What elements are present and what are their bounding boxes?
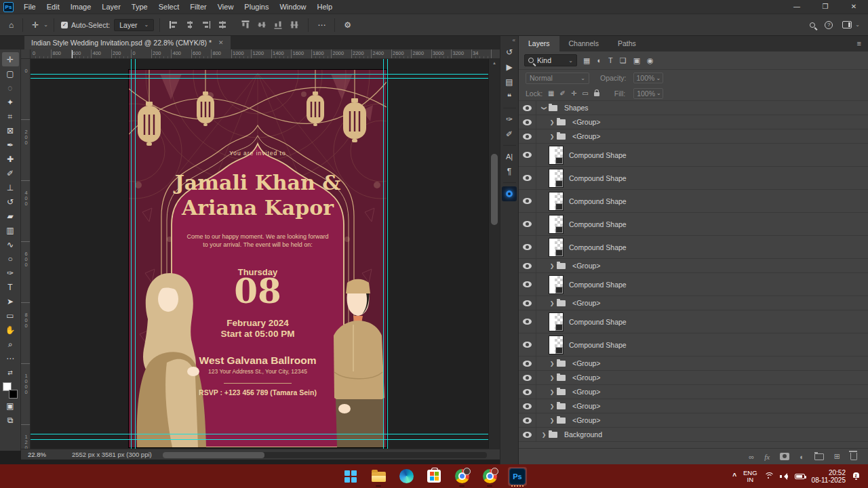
lock-position-icon[interactable]: ✛ — [571, 89, 576, 97]
link-layers-icon[interactable]: ∞ — [749, 453, 754, 461]
workspace-switcher-icon[interactable] — [842, 21, 852, 28]
layer-thumbnail[interactable] — [549, 215, 564, 234]
horizontal-scrollbar[interactable] — [163, 452, 487, 458]
eye-icon[interactable] — [523, 105, 532, 111]
add-mask-icon[interactable] — [780, 453, 789, 460]
tab-paths[interactable]: Paths — [608, 36, 646, 52]
layer-visibility-cell[interactable] — [519, 333, 536, 356]
vertical-scroll-thumb[interactable] — [491, 154, 498, 225]
chrome-profile1-button[interactable] — [452, 467, 471, 486]
lock-artboard-icon[interactable]: ▭ — [582, 89, 588, 97]
plugin-icon[interactable] — [502, 186, 517, 201]
tab-channels[interactable]: Channels — [559, 36, 608, 52]
zoom-tool[interactable]: ⌕ — [2, 337, 19, 351]
align-right-icon[interactable] — [202, 21, 210, 28]
eye-icon[interactable] — [523, 198, 532, 204]
microsoft-store-button[interactable] — [425, 467, 443, 486]
align-center-h-icon[interactable] — [186, 21, 194, 28]
layer-visibility-cell[interactable] — [519, 236, 536, 258]
layer-row-background[interactable]: ❯Background — [519, 428, 868, 442]
layer-row-compoundshape[interactable]: Compound Shape — [519, 236, 868, 259]
crop-tool[interactable]: ⌗ — [2, 109, 19, 123]
chrome-profile2-button[interactable] — [480, 467, 499, 486]
quick-selection-tool[interactable]: ✦ — [2, 95, 19, 109]
quick-mask-icon[interactable]: ▣ — [2, 399, 19, 413]
home-icon[interactable]: ⌂ — [5, 20, 17, 30]
layer-visibility-cell[interactable] — [519, 213, 536, 235]
layer-visibility-cell[interactable] — [519, 167, 536, 189]
eye-icon[interactable] — [523, 300, 532, 306]
move-tool[interactable]: ✛ — [2, 52, 19, 66]
auto-select-checkbox[interactable]: ✓ — [61, 22, 68, 28]
layer-row-compoundshape[interactable]: Compound Shape — [519, 190, 868, 213]
layer-thumbnail[interactable] — [549, 169, 564, 188]
layer-row-group[interactable]: ❯<Group> — [519, 129, 868, 144]
layer-thumbnail[interactable] — [549, 192, 564, 211]
volume-icon[interactable] — [780, 473, 788, 480]
spot-healing-tool[interactable]: ✚ — [2, 152, 19, 166]
layer-row-group[interactable]: ❯<Group> — [519, 357, 868, 371]
eye-icon[interactable] — [523, 319, 532, 325]
background-color-swatch[interactable] — [9, 390, 18, 399]
layer-visibility-cell[interactable] — [519, 371, 536, 384]
adjustment-layer-icon[interactable]: ◐ — [800, 453, 804, 461]
guide-line[interactable] — [31, 74, 488, 75]
chevron-collapsed-icon[interactable]: ❯ — [549, 375, 555, 381]
layer-visibility-cell[interactable] — [519, 385, 536, 399]
opacity-field[interactable]: 100% ⌄ — [633, 73, 663, 83]
brushes-icon[interactable]: ✐ — [501, 127, 517, 142]
paragraph-icon[interactable]: ¶ — [501, 164, 517, 179]
menu-edit[interactable]: Edit — [41, 0, 65, 14]
menu-filter[interactable]: Filter — [184, 0, 212, 14]
menu-image[interactable]: Image — [65, 0, 97, 14]
history-brush-tool[interactable]: ↺ — [2, 195, 19, 209]
history-icon[interactable]: ↺ — [501, 45, 517, 60]
menu-select[interactable]: Select — [153, 0, 185, 14]
restore-button[interactable]: ❐ — [811, 0, 840, 14]
layer-visibility-cell[interactable] — [519, 101, 536, 115]
align-bottom-icon[interactable] — [275, 21, 282, 29]
chevron-collapsed-icon[interactable]: ❯ — [549, 134, 555, 140]
layer-visibility-cell[interactable] — [519, 273, 536, 296]
layer-row-compoundshape[interactable]: Compound Shape — [519, 144, 868, 167]
new-layer-icon[interactable]: ⊞ — [834, 452, 840, 461]
layer-visibility-cell[interactable] — [519, 190, 536, 212]
eraser-tool[interactable]: ▰ — [2, 209, 19, 223]
hand-tool[interactable]: ✋ — [2, 323, 19, 337]
layer-visibility-cell[interactable] — [519, 399, 536, 413]
eye-icon[interactable] — [523, 418, 532, 424]
panel-menu-icon[interactable]: ≡ — [857, 36, 868, 52]
layer-row-shapes[interactable]: ❯Shapes — [519, 101, 868, 115]
eye-icon[interactable] — [523, 221, 532, 227]
chevron-collapsed-icon[interactable]: ❯ — [549, 389, 555, 395]
lock-pixels-icon[interactable]: ✐ — [560, 89, 566, 97]
menu-plugins[interactable]: Plugins — [239, 0, 274, 14]
eye-icon[interactable] — [523, 175, 532, 181]
align-middle-icon[interactable] — [258, 21, 266, 29]
layer-thumbnail[interactable] — [549, 275, 564, 294]
filter-pixel-icon[interactable]: ▦ — [583, 56, 590, 65]
menu-layer[interactable]: Layer — [96, 0, 126, 14]
help-icon[interactable]: ? — [825, 21, 833, 29]
layer-style-fx-icon[interactable]: fx — [764, 453, 770, 461]
close-button[interactable]: ✕ — [840, 0, 868, 14]
lock-transparency-icon[interactable]: ▦ — [548, 89, 554, 97]
chevron-collapsed-icon[interactable]: ❯ — [549, 119, 555, 125]
move-tool-icon[interactable]: ✛ — [28, 20, 42, 30]
battery-icon[interactable] — [795, 474, 805, 479]
guide-line[interactable] — [135, 59, 136, 449]
document-tab[interactable]: Indian Style Wedding Invitation.psd @ 22… — [24, 36, 231, 49]
layer-thumbnail[interactable] — [549, 312, 564, 331]
layer-visibility-cell[interactable] — [519, 144, 536, 166]
eye-icon[interactable] — [523, 432, 532, 438]
file-explorer-button[interactable] — [369, 467, 388, 486]
guide-line[interactable] — [31, 434, 488, 434]
layer-row-group[interactable]: ❯<Group> — [519, 385, 868, 399]
layer-row-group[interactable]: ❯<Group> — [519, 115, 868, 129]
clock[interactable]: 20:52 08-11-2025 — [812, 469, 846, 484]
layer-row-compoundshape[interactable]: Compound Shape — [519, 273, 868, 296]
layer-visibility-cell[interactable] — [519, 428, 536, 441]
fill-field[interactable]: 100% ⌄ — [633, 88, 663, 99]
layer-thumbnail[interactable] — [549, 336, 564, 354]
layer-thumbnail[interactable] — [549, 146, 564, 165]
